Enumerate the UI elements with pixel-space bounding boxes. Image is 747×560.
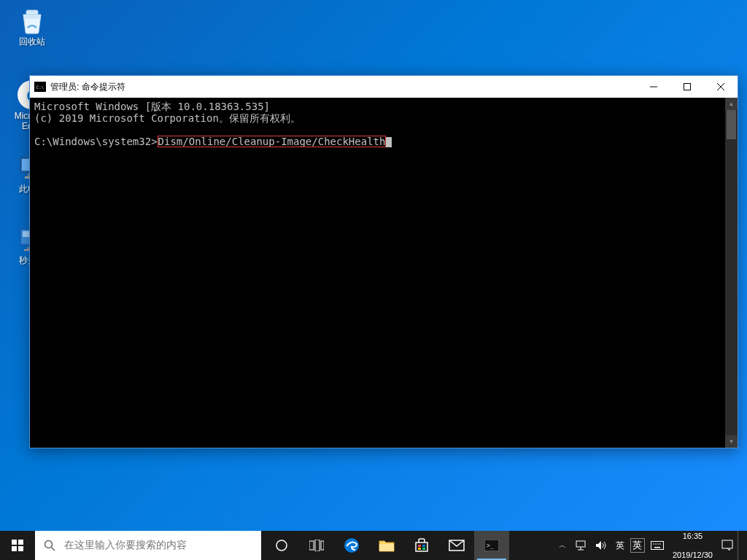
- show-desktop-button[interactable]: [738, 531, 747, 560]
- taskbar: 在这里输入你要搜索的内容 >_ ︿ 英 英 16:35 2019/12/30: [0, 531, 747, 560]
- svg-rect-31: [422, 548, 425, 550]
- svg-rect-26: [379, 544, 394, 551]
- recycle-bin-icon: [18, 6, 47, 35]
- terminal-output[interactable]: Microsoft Windows [版本 10.0.18363.535] (c…: [30, 98, 738, 448]
- network-icon: [575, 540, 587, 551]
- store-icon: [414, 538, 429, 553]
- svg-rect-23: [315, 540, 320, 551]
- svg-rect-38: [651, 542, 663, 550]
- scroll-thumb[interactable]: [727, 110, 736, 139]
- cortana-icon: [275, 539, 288, 552]
- notifications-icon: [721, 540, 733, 551]
- tray-ime-mode-button[interactable]: 英: [630, 538, 645, 553]
- folder-icon: [379, 539, 395, 552]
- svg-rect-24: [321, 541, 324, 550]
- task-view-button[interactable]: [299, 531, 334, 560]
- taskbar-app-explorer[interactable]: [369, 531, 404, 560]
- edge-icon: [344, 537, 360, 553]
- task-view-icon: [309, 540, 324, 551]
- svg-rect-35: [576, 541, 585, 547]
- svg-point-39: [653, 543, 654, 545]
- svg-rect-44: [722, 540, 732, 548]
- search-icon: [35, 540, 64, 551]
- tray-overflow-button[interactable]: ︿: [554, 531, 570, 560]
- terminal-banner: Microsoft Windows [版本 10.0.18363.535]: [34, 101, 270, 112]
- maximize-button[interactable]: [670, 76, 704, 98]
- svg-rect-17: [12, 546, 17, 551]
- svg-text:>_: >_: [487, 542, 494, 549]
- scroll-down-button[interactable]: ▼: [725, 435, 738, 448]
- tray-touch-keyboard-button[interactable]: [646, 531, 668, 560]
- tray-clock[interactable]: 16:35 2019/12/30: [668, 531, 717, 560]
- cmd-app-icon: [34, 82, 46, 92]
- clock-date: 2019/12/30: [673, 551, 713, 560]
- tray-network-button[interactable]: [570, 531, 591, 560]
- terminal-prompt: C:\Windows\system32>: [34, 136, 158, 147]
- svg-rect-16: [18, 540, 23, 545]
- close-button[interactable]: [704, 76, 738, 98]
- tray-notifications-button[interactable]: [717, 531, 738, 560]
- titlebar[interactable]: 管理员: 命令提示符: [30, 76, 738, 98]
- chevron-up-icon: ︿: [559, 540, 566, 551]
- svg-rect-43: [654, 547, 660, 548]
- windows-icon: [12, 540, 23, 551]
- taskbar-app-store[interactable]: [404, 531, 439, 560]
- svg-rect-15: [12, 540, 17, 545]
- tray-volume-button[interactable]: [591, 531, 611, 560]
- keyboard-icon: [651, 541, 664, 550]
- svg-rect-29: [422, 545, 425, 547]
- svg-rect-0: [26, 10, 38, 15]
- minimize-button[interactable]: [637, 76, 670, 98]
- svg-rect-28: [418, 545, 421, 547]
- cmd-icon: >_: [484, 540, 499, 551]
- cmd-window: 管理员: 命令提示符 Microsoft Windows [版本 10.0.18…: [29, 75, 738, 448]
- taskbar-search[interactable]: 在这里输入你要搜索的内容: [35, 531, 261, 560]
- svg-point-41: [657, 543, 659, 545]
- desktop-icon-label: 回收站: [10, 36, 54, 47]
- window-title: 管理员: 命令提示符: [50, 81, 637, 93]
- mail-icon: [449, 540, 465, 551]
- terminal-copyright: (c) 2019 Microsoft Corporation。保留所有权利。: [34, 112, 301, 124]
- terminal-command-highlight: Dism/Online/Cleanup-Image/CheckHealth: [158, 136, 387, 147]
- svg-point-19: [45, 541, 53, 548]
- svg-rect-22: [309, 541, 314, 550]
- svg-point-21: [276, 540, 287, 551]
- clock-time: 16:35: [683, 532, 703, 541]
- svg-line-20: [52, 548, 55, 551]
- search-placeholder: 在这里输入你要搜索的内容: [64, 539, 187, 552]
- svg-point-42: [659, 543, 661, 545]
- svg-rect-27: [416, 542, 427, 551]
- svg-rect-18: [18, 546, 23, 551]
- svg-rect-30: [418, 548, 421, 550]
- cortana-button[interactable]: [264, 531, 299, 560]
- taskbar-app-edge[interactable]: [334, 531, 369, 560]
- volume-icon: [595, 540, 607, 551]
- svg-rect-12: [684, 84, 691, 90]
- taskbar-app-cmd[interactable]: >_: [474, 531, 509, 560]
- scroll-up-button[interactable]: ▲: [725, 98, 738, 110]
- vertical-scrollbar[interactable]: ▲ ▼: [725, 98, 738, 448]
- taskbar-app-mail[interactable]: [439, 531, 474, 560]
- desktop-icon-recycle-bin[interactable]: 回收站: [10, 6, 54, 47]
- start-button[interactable]: [0, 531, 35, 560]
- terminal-cursor: [386, 137, 392, 147]
- svg-point-40: [655, 543, 657, 545]
- tray-ime-button[interactable]: 英: [611, 531, 629, 560]
